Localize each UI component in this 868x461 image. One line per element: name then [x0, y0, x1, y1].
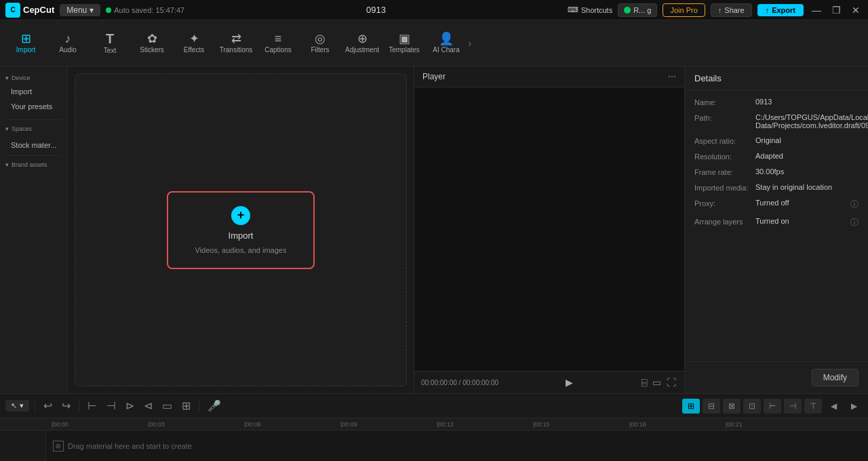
timeline-toolbar: ↖ ▾ ↩ ↪ ⊢ ⊣ ⊳ ⊲ ▭ ⊞ 🎤 ⊞ ⊟ ⊠ ⊡ ⊢ ⊣ ⊤ ◀ ▶	[0, 394, 868, 418]
undo-button[interactable]: ↩	[41, 398, 55, 414]
player-play-button[interactable]: ▶	[561, 376, 577, 389]
toolbar-text[interactable]: T Text	[90, 23, 130, 64]
toolbar-effects[interactable]: ✦ Effects	[174, 23, 214, 64]
filters-label: Filters	[311, 46, 329, 54]
toolbar-captions[interactable]: ≡ Captions	[258, 23, 298, 64]
topbar-right-actions: ⌨ Shortcuts R... g Join Pro ↑ Share ↑ Ex…	[568, 3, 863, 17]
detail-row-arrange-layers: Arrange layers Turned on ⓘ	[694, 217, 859, 228]
import-icon: ⊞	[21, 33, 31, 45]
toolbar-transitions[interactable]: ⇄ Transitions	[216, 23, 256, 64]
cursor-select-dropdown[interactable]: ↖ ▾	[5, 400, 29, 412]
import-drop-area[interactable]: + Import Videos, audios, and images	[75, 73, 407, 386]
menu-button[interactable]: Menu ▾	[60, 4, 100, 16]
sidebar-item-stock[interactable]: Stock mater...	[0, 138, 67, 153]
stickers-icon: ✿	[147, 33, 157, 45]
device-section-header[interactable]: ▾ Device	[5, 75, 62, 81]
redo-button[interactable]: ↪	[59, 398, 73, 414]
detail-value-imported-media: Stay in original location	[755, 183, 859, 191]
toolbar-ai-chara[interactable]: 👤 AI Chara	[426, 23, 467, 64]
templates-label: Templates	[389, 46, 420, 54]
tl-fit-button[interactable]: ⊤	[804, 399, 822, 414]
toolbar-adjustment[interactable]: ⊕ Adjustment	[342, 23, 382, 64]
tl-zoom-in-button[interactable]: ▶	[845, 399, 863, 414]
export-button[interactable]: ↑ Export	[757, 4, 804, 16]
detail-row-proxy: Proxy: Turned off ⓘ	[694, 199, 859, 210]
player-screenshot-button[interactable]: ⌸	[640, 376, 648, 389]
rang-label: R... g	[633, 6, 651, 14]
minimize-button[interactable]: —	[809, 5, 824, 16]
brand-section-header[interactable]: ▾ Brand assets	[5, 161, 62, 168]
restore-button[interactable]: ❐	[829, 5, 844, 16]
proxy-info-icon[interactable]: ⓘ	[850, 199, 859, 210]
multi-select-button[interactable]: ⊞	[179, 398, 193, 414]
sidebar-item-your-presets[interactable]: Your presets	[5, 99, 62, 114]
tl-left-align-button[interactable]: ⊢	[764, 399, 781, 414]
details-body: Name: 0913 Path: C:/Users/TOPGUS/AppData…	[685, 91, 868, 361]
text-label: Text	[104, 47, 116, 54]
tl-link-button[interactable]: ⊟	[703, 399, 720, 414]
modify-button[interactable]: Modify	[812, 369, 859, 386]
toolbar-templates[interactable]: ▣ Templates	[384, 23, 425, 64]
player-header: Player ⋯	[414, 66, 684, 87]
player-fullscreen-button[interactable]: ⛶	[665, 376, 677, 389]
split-start-button[interactable]: ⊢	[85, 398, 100, 414]
captions-icon: ≡	[275, 33, 282, 45]
cursor-chevron-icon: ▾	[20, 401, 24, 410]
toolbar-more-button[interactable]: ›	[468, 37, 471, 49]
spaces-section-header[interactable]: ▾ Spaces	[5, 125, 62, 132]
tl-zoom-out-button[interactable]: ◀	[825, 399, 842, 414]
toolbar-audio[interactable]: ♪ Audio	[47, 23, 88, 64]
delete-button[interactable]: ▭	[159, 398, 175, 414]
arrange-layers-info-icon[interactable]: ⓘ	[850, 217, 859, 228]
toolbar: ⊞ Import ♪ Audio T Text ✿ Stickers ✦ Eff…	[0, 20, 868, 66]
share-button[interactable]: ↑ Share	[711, 3, 752, 17]
toolbar-import[interactable]: ⊞ Import	[5, 23, 46, 64]
device-chevron-icon: ▾	[5, 75, 9, 81]
timeline-separator-3	[199, 400, 199, 412]
microphone-button[interactable]: 🎤	[205, 398, 224, 414]
auto-save-text: Auto saved: 15:47:47	[114, 6, 184, 14]
join-pro-button[interactable]: Join Pro	[663, 3, 705, 17]
ruler-mark-0: |00:00	[52, 421, 148, 428]
timeline-content: ⊞ Drag material here and start to create	[0, 430, 868, 461]
timeline-separator-1	[35, 400, 35, 412]
ruler-mark-5: |00:15	[533, 421, 629, 428]
logo-icon: C	[5, 3, 20, 18]
ruler-mark-1: |00:03	[148, 421, 244, 428]
back-frame-button[interactable]: ⊲	[141, 398, 155, 414]
detail-value-path: C:/Users/TOPGUS/AppData/Local/CapCut/Use…	[755, 113, 868, 129]
import-sub-label: Videos, audios, and images	[195, 246, 287, 254]
tl-right-align-button[interactable]: ⊣	[784, 399, 802, 414]
detail-value-name: 0913	[755, 98, 859, 106]
toolbar-stickers[interactable]: ✿ Stickers	[132, 23, 172, 64]
close-button[interactable]: ✕	[849, 5, 863, 16]
transitions-icon: ⇄	[231, 33, 241, 45]
rang-button[interactable]: R... g	[618, 3, 657, 17]
detail-row-aspect: Aspect ratio: Original	[694, 136, 859, 145]
menu-chevron-icon: ▾	[90, 5, 94, 15]
timeline-right-tools: ⊞ ⊟ ⊠ ⊡ ⊢ ⊣ ⊤ ◀ ▶	[682, 399, 863, 414]
toolbar-filters[interactable]: ◎ Filters	[300, 23, 340, 64]
logo-text: CepCut	[23, 5, 54, 15]
split-end-button[interactable]: ⊣	[104, 398, 119, 414]
brand-chevron-icon: ▾	[5, 161, 9, 168]
project-name: 0913	[190, 5, 561, 15]
rang-dot-icon	[624, 7, 631, 14]
content-area: + Import Videos, audios, and images	[68, 66, 414, 393]
tl-clip-snap-button[interactable]: ⊞	[682, 399, 700, 414]
sidebar-item-import[interactable]: Import	[5, 84, 62, 99]
shortcuts-button[interactable]: ⌨ Shortcuts	[568, 5, 612, 14]
forward-frame-button[interactable]: ⊳	[123, 398, 137, 414]
detail-row-name: Name: 0913	[694, 98, 859, 106]
import-button-box[interactable]: + Import Videos, audios, and images	[167, 191, 315, 269]
player-aspect-button[interactable]: ▭	[651, 376, 663, 389]
audio-icon: ♪	[65, 33, 71, 45]
player-menu-icon[interactable]: ⋯	[668, 72, 676, 81]
timeline-ruler: |00:00 |00:03 |00:06 |00:09 |00:12 |00:1…	[0, 418, 868, 430]
adjustment-icon: ⊕	[357, 33, 368, 45]
player-time: 00:00:00:00 / 00:00:00:00	[421, 379, 498, 386]
tl-magnet-button[interactable]: ⊠	[723, 399, 741, 414]
tl-center-button[interactable]: ⊡	[743, 399, 761, 414]
main-area: ▾ Device Import Your presets ▾ Spaces St…	[0, 66, 868, 393]
ruler-mark-2: |00:06	[244, 421, 340, 428]
